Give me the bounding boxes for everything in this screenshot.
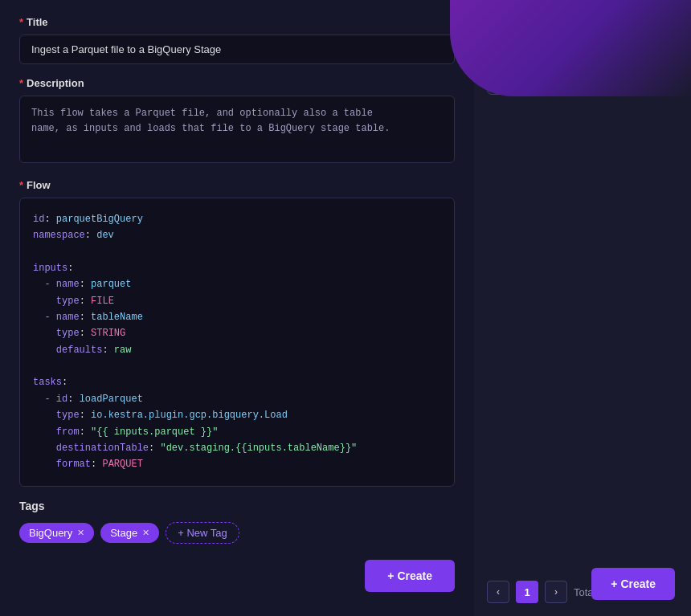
prev-page-button[interactable]: ‹ <box>487 581 509 603</box>
bottom-create-button[interactable]: + Create <box>591 568 675 600</box>
tag-stage-label: Stage <box>110 527 137 539</box>
create-btn-area: + Create <box>19 560 455 600</box>
title-group: * Title <box>19 16 455 64</box>
use-button[interactable]: Use <box>554 67 605 95</box>
title-label: * Title <box>19 16 455 28</box>
edit-icon <box>504 75 514 86</box>
left-panel: * Title * Description This flow takes a … <box>0 0 474 616</box>
right-panel: Edit Use ‹ 1 › Total: 1 <box>474 0 691 616</box>
chevron-left-icon: ‹ <box>497 586 500 598</box>
flow-label: * Flow <box>19 179 455 191</box>
create-label: + Create <box>387 569 432 582</box>
edit-label: Edit <box>519 75 537 87</box>
tags-row: BigQuery ✕ Stage ✕ + New Tag <box>19 522 455 544</box>
description-group: * Description This flow takes a Parquet … <box>19 77 455 166</box>
description-textarea[interactable]: This flow takes a Parquet file, and opti… <box>19 96 455 163</box>
tags-section: Tags BigQuery ✕ Stage ✕ + New Tag <box>19 500 455 544</box>
create-button[interactable]: + Create <box>365 560 455 592</box>
search-input[interactable] <box>497 24 650 36</box>
flow-group: * Flow id: parquetBigQuery namespace: de… <box>19 179 455 487</box>
chevron-right-icon: › <box>554 586 558 598</box>
bottom-create-label: + Create <box>611 577 656 590</box>
search-icon <box>656 23 668 37</box>
tags-label: Tags <box>19 500 455 512</box>
flow-code-editor[interactable]: id: parquetBigQuery namespace: dev input… <box>19 198 455 487</box>
search-area <box>474 0 691 60</box>
title-required-star: * <box>19 16 23 28</box>
description-label: * Description <box>19 77 455 89</box>
tag-chip-stage[interactable]: Stage ✕ <box>100 523 159 543</box>
current-page: 1 <box>516 581 538 603</box>
use-label: Use <box>570 75 588 87</box>
new-tag-button[interactable]: + New Tag <box>166 522 239 544</box>
bottom-right-create-area: + Create <box>591 568 675 600</box>
search-box[interactable] <box>487 16 678 44</box>
tag-bigquery-close[interactable]: ✕ <box>77 528 84 538</box>
flow-required-star: * <box>19 179 23 191</box>
svg-line-1 <box>664 31 667 34</box>
tag-chip-bigquery[interactable]: BigQuery ✕ <box>19 523 94 543</box>
edit-use-row: Edit Use <box>474 67 691 95</box>
description-required-star: * <box>19 77 23 89</box>
tag-bigquery-label: BigQuery <box>29 527 72 539</box>
svg-point-0 <box>658 25 665 32</box>
title-input[interactable] <box>19 35 455 64</box>
new-tag-label: + New Tag <box>178 527 227 539</box>
next-page-button[interactable]: › <box>545 581 567 603</box>
tag-stage-close[interactable]: ✕ <box>142 528 149 538</box>
edit-button[interactable]: Edit <box>487 67 554 95</box>
